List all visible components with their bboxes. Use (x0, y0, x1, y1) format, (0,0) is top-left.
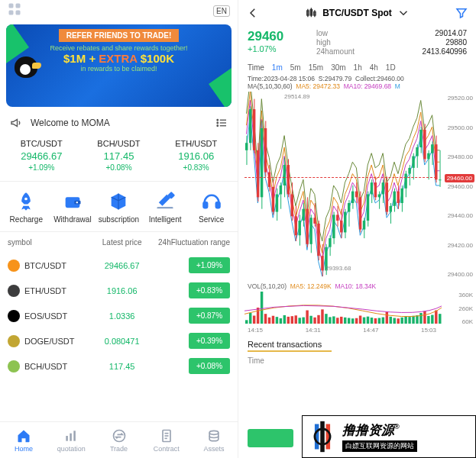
svg-rect-146 (280, 318, 282, 324)
tab-trade[interactable]: Trade (95, 422, 142, 458)
tab-assets[interactable]: Assets (190, 422, 238, 458)
bottom-tabbar: Home quotation Trade Contract Assets (0, 421, 238, 458)
chart-low-label: 29393.68 (325, 265, 351, 272)
svg-rect-0 (9, 4, 14, 8)
vol-indicator-row: VOL(5,10,20) MA5: 12.249K MA10: 18.34K (238, 281, 476, 292)
filter-icon[interactable] (455, 6, 468, 20)
svg-rect-130 (427, 153, 429, 160)
market-row[interactable]: BCH/USDT 117.45 +0.08% (0, 353, 238, 379)
back-icon[interactable] (246, 6, 260, 20)
svg-rect-181 (412, 316, 414, 324)
svg-rect-164 (348, 318, 350, 324)
svg-rect-92 (355, 192, 358, 198)
timeframe-4h[interactable]: 4h (370, 63, 378, 72)
stat-value: 29880 (392, 38, 468, 47)
svg-rect-114 (397, 192, 399, 203)
svg-point-4 (217, 120, 219, 121)
svg-rect-186 (431, 315, 433, 324)
svg-rect-68 (309, 218, 312, 244)
tab-quotation[interactable]: quotation (47, 422, 95, 458)
svg-rect-162 (340, 317, 342, 324)
change-badge: +1.09% (189, 257, 230, 273)
top-ticker[interactable]: BTC/USDT29466.67+1.09% (21, 139, 63, 172)
svg-rect-112 (393, 192, 396, 206)
pair-title[interactable]: BTC/USDT Spot (304, 6, 410, 20)
app-logo-icon[interactable] (8, 2, 21, 19)
svg-rect-19 (70, 433, 73, 440)
market-row[interactable]: DOGE/USDT 0.080471 +0.39% (0, 328, 238, 353)
y-tick: 29520.00 (436, 95, 473, 102)
action-withdrawal[interactable]: Withdrawal (51, 191, 94, 224)
banner-ribbon: REFER FRIENDS TO TRADE! (59, 29, 180, 42)
svg-rect-110 (390, 206, 392, 212)
wallet-icon (62, 191, 83, 212)
timeframe-30m[interactable]: 30m (331, 63, 345, 72)
th-price: Latest price (90, 238, 154, 247)
top-ticker[interactable]: BCH/USDT117.45+0.08% (97, 139, 140, 172)
y-tick: 29480.00 (436, 153, 473, 160)
svg-rect-126 (419, 130, 422, 147)
action-intelligent[interactable]: Intelligent (144, 191, 186, 224)
timeframe-1D[interactable]: 1D (386, 63, 396, 72)
y-tick: 29460.00 (436, 183, 473, 190)
svg-rect-165 (351, 318, 354, 324)
svg-rect-106 (382, 182, 384, 194)
svg-rect-82 (336, 214, 338, 221)
bars-icon (63, 428, 79, 443)
coin-icon (8, 310, 20, 322)
timeframe-1h[interactable]: 1h (354, 63, 362, 72)
stat-value: 29014.07 (392, 29, 468, 37)
banner-footer: in rewards to be claimed! (6, 65, 232, 73)
svg-rect-66 (306, 209, 308, 244)
cube-icon (108, 191, 129, 212)
recent-transactions-header[interactable]: Recent transactions (238, 337, 476, 353)
svg-rect-158 (325, 314, 327, 324)
change-badge: +0.83% (189, 282, 230, 298)
timeframe-15m[interactable]: 15m (309, 63, 323, 72)
svg-rect-122 (412, 156, 414, 168)
svg-rect-40 (257, 150, 259, 197)
x-tick: 14:15 (248, 327, 263, 334)
svg-rect-148 (287, 317, 290, 324)
swap-icon (112, 428, 127, 443)
news-ticker[interactable]: Welcome to MOMA (0, 111, 238, 134)
timeframe-5m[interactable]: 5m (290, 63, 301, 72)
svg-rect-60 (295, 216, 297, 235)
market-row[interactable]: ETH/USDT 1916.06 +0.83% (0, 278, 238, 303)
candlestick-chart[interactable]: 29520.0029500.0029480.0029460.0029440.00… (244, 92, 474, 281)
volume-chart[interactable]: 360K260K60K (244, 292, 474, 325)
action-service[interactable]: Service (190, 191, 233, 224)
action-recharge[interactable]: Recharge (5, 191, 47, 224)
svg-rect-70 (313, 218, 316, 224)
tab-contract[interactable]: Contract (143, 422, 190, 458)
svg-rect-118 (404, 174, 406, 189)
top-ticker[interactable]: ETH/USDT1916.06+0.83% (175, 139, 217, 172)
vol-y-tick: 360K (441, 292, 473, 298)
svg-rect-156 (317, 315, 319, 324)
market-row[interactable]: EOS/USDT 1.0336 +0.87% (0, 303, 238, 328)
vol-y-tick: 60K (441, 318, 473, 325)
svg-rect-154 (309, 316, 312, 324)
price-change: +1.07% (248, 44, 316, 53)
list-icon[interactable] (215, 116, 228, 130)
timeframe-1m[interactable]: 1m (272, 63, 283, 72)
svg-point-21 (113, 430, 125, 441)
svg-rect-145 (276, 317, 278, 324)
chart-high-label: 29514.89 (284, 93, 309, 100)
change-badge: +0.87% (189, 308, 230, 324)
hammer-icon (154, 191, 176, 212)
promo-banner[interactable]: REFER FRIENDS TO TRADE! Receive rebates … (6, 24, 232, 107)
megaphone-icon (9, 116, 23, 130)
home-screen: EN REFER FRIENDS TO TRADE! Receive rebat… (0, 0, 238, 458)
svg-rect-168 (363, 318, 365, 324)
language-button[interactable]: EN (213, 5, 230, 17)
svg-rect-185 (427, 316, 429, 324)
market-row[interactable]: BTC/USDT 29466.67 +1.09% (0, 253, 238, 278)
watermark-title: 撸撸资源® (342, 421, 417, 439)
action-subscription[interactable]: subscription (97, 191, 140, 224)
tab-home[interactable]: Home (0, 422, 47, 458)
svg-rect-141 (261, 292, 263, 324)
svg-rect-163 (344, 318, 346, 324)
rocket-icon (15, 191, 37, 212)
banner-subtitle: Receive rebates and share rewards togeth… (6, 44, 232, 52)
